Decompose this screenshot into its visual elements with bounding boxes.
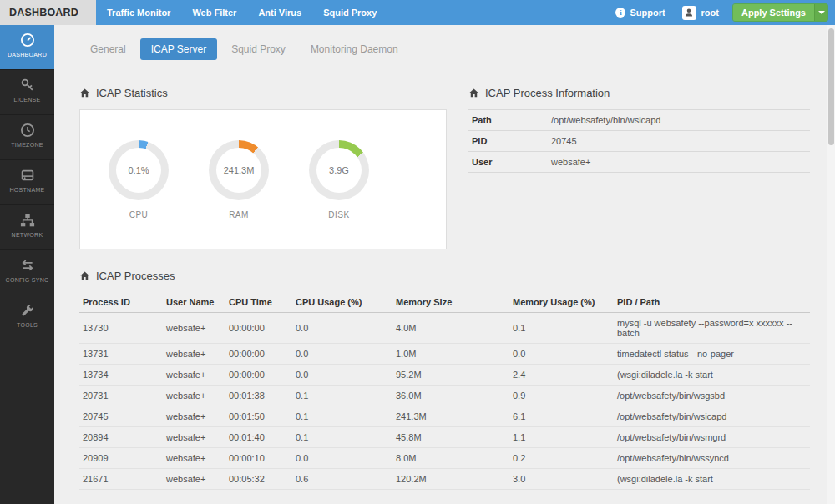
table-cell: websafe+ (163, 386, 225, 406)
hard-drive-icon (0, 168, 54, 184)
cpu-donut-chart: 0.1% (109, 140, 169, 200)
table-row: 20745websafe+00:01:500.1241.3M6.1/opt/we… (79, 406, 810, 427)
table-cell: 95.2M (392, 365, 509, 386)
table-row: Path /opt/websafety/bin/wsicapd (468, 110, 810, 131)
clock-icon (0, 123, 54, 139)
table-cell: 00:01:38 (225, 386, 292, 406)
table-cell: websafe+ (163, 313, 225, 344)
table-cell: 0.1 (292, 427, 392, 448)
sidebar-item-label: TOOLS (0, 322, 54, 328)
table-cell: 1.1 (509, 427, 614, 448)
menu-web-filter[interactable]: Web Filter (181, 0, 247, 25)
gauges-box: 0.1% CPU 241.3M RAM 3.9G DISK (79, 109, 447, 249)
gauge-disk: 3.9G DISK (309, 140, 369, 219)
table-cell: 00:00:00 (225, 365, 292, 386)
navbar-right: Support root Apply Settings (607, 0, 835, 25)
sidebar: DASHBOARD LICENSE TIMEZONE HOSTNAME NETW… (0, 25, 54, 504)
sidebar-item-label: TIMEZONE (0, 142, 54, 148)
info-key: User (468, 152, 548, 173)
sidebar-item-hostname[interactable]: HOSTNAME (0, 160, 54, 205)
column-header: Memory Size (392, 292, 509, 313)
info-value: websafe+ (548, 152, 810, 173)
info-value: /opt/websafety/bin/wsicapd (548, 110, 810, 131)
sidebar-item-dashboard[interactable]: DASHBOARD (0, 25, 54, 70)
table-cell: 00:00:00 (225, 313, 292, 344)
table-cell: 2.4 (509, 365, 614, 386)
table-cell: 00:00:10 (225, 448, 292, 469)
sidebar-item-license[interactable]: LICENSE (0, 70, 54, 115)
table-cell: 00:00:00 (225, 344, 292, 365)
tab-icap-server[interactable]: ICAP Server (140, 38, 217, 60)
table-cell: 0.0 (509, 344, 614, 365)
table-row: 13734websafe+00:00:000.095.2M2.4(wsgi:di… (79, 365, 810, 386)
gauge-cpu: 0.1% CPU (109, 140, 169, 219)
table-cell: timedatectl status --no-pager (614, 344, 810, 365)
table-cell: websafe+ (163, 344, 225, 365)
table-cell: 0.0 (292, 365, 392, 386)
scrollbar-thumb[interactable] (828, 28, 834, 145)
table-cell: /opt/websafety/bin/wssyncd (614, 448, 810, 469)
table-cell: 8.0M (392, 448, 509, 469)
vertical-scrollbar[interactable] (827, 25, 835, 504)
table-cell: 120.2M (392, 469, 509, 490)
table-cell: websafe+ (163, 406, 225, 427)
table-cell: 00:01:50 (225, 406, 292, 427)
table-row: 20909websafe+00:00:100.08.0M0.2/opt/webs… (79, 448, 810, 469)
apply-settings-button[interactable]: Apply Settings (732, 3, 828, 22)
table-cell: 1.0M (392, 344, 509, 365)
table-header-row: Process IDUser NameCPU TimeCPU Usage (%)… (79, 292, 810, 313)
home-icon (79, 270, 90, 281)
ram-label: RAM (209, 210, 269, 219)
table-cell: 0.1 (292, 386, 392, 406)
disk-donut-chart: 3.9G (309, 140, 369, 200)
table-cell: 0.2 (509, 448, 614, 469)
tab-squid-proxy[interactable]: Squid Proxy (220, 38, 296, 60)
table-cell: 0.0 (292, 313, 392, 344)
process-info-table: Path /opt/websafety/bin/wsicapd PID 2074… (468, 109, 810, 173)
table-cell: /opt/websafety/bin/wsgsbd (614, 386, 810, 406)
menu-anti-virus[interactable]: Anti Virus (247, 0, 312, 25)
menu-squid-proxy[interactable]: Squid Proxy (312, 0, 387, 25)
table-cell: (wsgi:diladele.la -k start (614, 365, 810, 386)
support-link[interactable]: Support (607, 8, 673, 18)
table-cell: 0.0 (292, 448, 392, 469)
sidebar-item-config-sync[interactable]: CONFIG SYNC (0, 250, 54, 295)
icap-process-info-title: ICAP Process Information (468, 87, 810, 99)
apply-settings-caret-button[interactable] (814, 4, 827, 21)
dashboard-gauge-icon (0, 33, 54, 49)
table-cell: 20909 (79, 448, 163, 469)
info-key: PID (468, 131, 548, 152)
gauge-ram: 241.3M RAM (209, 140, 269, 219)
table-cell: websafe+ (163, 365, 225, 386)
home-icon (468, 88, 479, 98)
tab-monitoring-daemon[interactable]: Monitoring Daemon (300, 38, 409, 60)
user-avatar-icon (682, 6, 696, 20)
column-header: CPU Time (225, 292, 292, 313)
tab-general[interactable]: General (79, 38, 137, 60)
table-cell: 3.0 (509, 469, 614, 490)
sidebar-item-label: DASHBOARD (0, 52, 54, 58)
sidebar-item-network[interactable]: NETWORK (0, 205, 54, 250)
table-cell: /opt/websafety/bin/wsmgrd (614, 427, 810, 448)
column-header: CPU Usage (%) (292, 292, 392, 313)
disk-label: DISK (309, 210, 369, 219)
table-cell: 20894 (79, 427, 163, 448)
table-cell: mysql -u websafety --password=x xxxxxx -… (614, 313, 810, 344)
sidebar-item-tools[interactable]: TOOLS (0, 295, 54, 340)
support-label: Support (630, 8, 665, 18)
panel-title-text: ICAP Statistics (96, 87, 168, 99)
info-key: Path (468, 110, 548, 131)
user-menu[interactable]: root (674, 6, 727, 20)
table-cell: 13731 (79, 344, 163, 365)
menu-traffic-monitor[interactable]: Traffic Monitor (96, 0, 181, 25)
info-value: 20745 (548, 131, 810, 152)
table-row: 21671websafe+00:05:320.6120.2M3.0(wsgi:d… (79, 469, 810, 490)
table-cell: 36.0M (392, 386, 509, 406)
sidebar-item-timezone[interactable]: TIMEZONE (0, 115, 54, 160)
table-row: 13731websafe+00:00:000.01.0M0.0timedatec… (79, 344, 810, 365)
top-navbar: DASHBOARD Traffic Monitor Web Filter Ant… (0, 0, 835, 25)
wrench-icon (0, 303, 54, 320)
table-cell: (wsgi:diladele.la -k start (614, 469, 810, 490)
column-header: Memory Usage (%) (509, 292, 614, 313)
table-cell: 0.1 (509, 313, 614, 344)
